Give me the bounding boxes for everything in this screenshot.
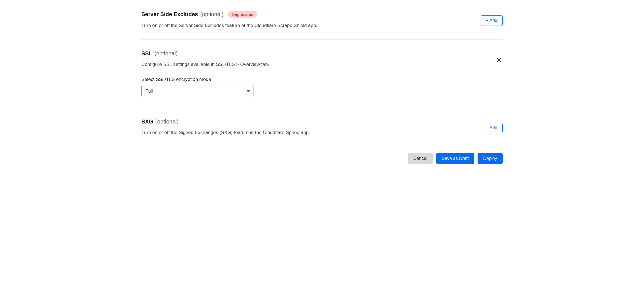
sse-optional-label: (optional) [200, 11, 223, 18]
section-sxg: SXG (optional) Turn on or off the Signed… [141, 108, 503, 147]
sse-description: Turn on or off the Server Side Excludes … [141, 22, 317, 29]
ssl-title: SSL [141, 50, 152, 57]
section-server-side-excludes: Server Side Excludes (optional) Deprecat… [141, 0, 503, 39]
sse-title: Server Side Excludes [141, 11, 198, 18]
sse-add-button[interactable]: + Add [481, 15, 503, 26]
ssl-field-label: Select SSL/TLS encryption mode [141, 77, 503, 82]
deprecated-badge: Deprecated [228, 11, 257, 18]
ssl-optional-label: (optional) [154, 50, 178, 57]
ssl-mode-select[interactable]: Full [141, 85, 254, 97]
deploy-button[interactable]: Deploy [478, 153, 503, 164]
sxg-description: Turn on or off the Signed Exchanges (SXG… [141, 129, 310, 136]
save-draft-button[interactable]: Save as Draft [436, 153, 474, 164]
sxg-add-button[interactable]: + Add [481, 123, 503, 133]
sxg-title: SXG [141, 118, 153, 125]
footer-actions: Cancel Save as Draft Deploy [141, 153, 503, 164]
section-ssl: SSL (optional) Configure SSL settings av… [141, 39, 503, 108]
ssl-close-icon[interactable] [495, 56, 503, 63]
cancel-button[interactable]: Cancel [408, 153, 433, 164]
ssl-description: Configure SSL settings available in SSL/… [141, 61, 495, 68]
sxg-optional-label: (optional) [155, 118, 178, 125]
